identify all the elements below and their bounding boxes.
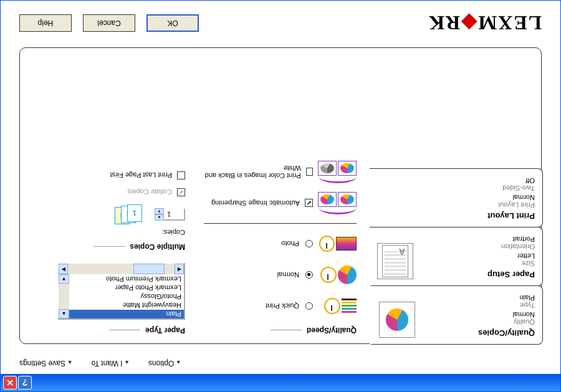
radio-normal[interactable] xyxy=(305,271,313,279)
sharpen-row[interactable]: ✔ Automatic Image Sharpening xyxy=(204,192,357,214)
normal-label: Normal xyxy=(277,271,299,279)
quality-photo-row[interactable]: Photo xyxy=(204,232,357,255)
printer-dialog: ? ✕ Options I Want To Save Settings Qual… xyxy=(0,0,561,392)
size-value: Letter xyxy=(420,252,535,260)
list-item[interactable]: Lexmark Premium Photo xyxy=(59,275,184,284)
copies-title: Multiple Copies xyxy=(32,242,185,251)
tab-quality-copies[interactable]: Quality/Copies Quality Normal Type Plain xyxy=(370,285,543,345)
tab-content: Quality/Speed Quick Print xyxy=(20,48,369,343)
menu-options[interactable]: Options xyxy=(148,359,181,368)
twosided-value: Off xyxy=(377,177,535,184)
titlebar: ? ✕ xyxy=(1,374,560,391)
photo-icon xyxy=(319,232,357,255)
collate-checkbox: ✔ xyxy=(177,188,185,196)
spin-down[interactable]: ▼ xyxy=(155,208,164,214)
list-item[interactable]: Plain xyxy=(59,310,184,318)
lastfirst-label: Print Last Page First xyxy=(110,172,172,179)
cancel-button[interactable]: Cancel xyxy=(83,14,135,32)
quality-value: Normal xyxy=(421,311,535,318)
paper-thumb-icon xyxy=(377,243,413,279)
size-label: Size xyxy=(420,260,535,267)
photo-label: Photo xyxy=(281,240,299,247)
spin-up[interactable]: ▲ xyxy=(155,214,164,221)
bw-row[interactable]: Print Color Images in Black and White xyxy=(204,161,357,183)
tab-title: Paper Setup xyxy=(420,270,535,279)
layout-label: Print Layout xyxy=(377,201,535,209)
main-pane: Quality/Copies Quality Normal Type Plain… xyxy=(19,47,542,344)
radio-photo[interactable] xyxy=(305,240,313,247)
tab-print-layout[interactable]: Print Layout Print Layout Normal Two-Sid… xyxy=(370,168,543,227)
copies-label: Copies: xyxy=(32,229,185,236)
lexmark-logo: LEXM◆RK xyxy=(428,11,542,35)
quick-label: Quick Print xyxy=(266,302,299,310)
list-item[interactable]: Lexmark Photo Paper xyxy=(59,284,184,292)
quality-speed-title: Quality/Speed xyxy=(204,326,357,335)
type-label: Type xyxy=(421,302,535,309)
orientation-value: Portrait xyxy=(420,236,535,243)
scrollbar-horizontal[interactable]: ◀▶ xyxy=(59,264,184,274)
bw-icon xyxy=(318,161,357,183)
collate-label: Collate Copies xyxy=(127,189,172,196)
orientation-label: Orientation xyxy=(420,243,535,251)
quality-normal-row[interactable]: Normal xyxy=(204,264,357,286)
right-column: Paper Type Plain Heavyweight Matte Photo… xyxy=(32,57,185,335)
list-item[interactable]: Photo/Glossy xyxy=(59,292,184,301)
titlebar-help-button[interactable]: ? xyxy=(18,376,32,390)
dialog-body: Options I Want To Save Settings Quality/… xyxy=(1,1,560,374)
list-item[interactable]: Heavyweight Matte xyxy=(59,301,184,310)
sharpen-checkbox[interactable]: ✔ xyxy=(305,199,313,208)
copies-spinner[interactable]: ▲▼ xyxy=(155,208,185,221)
menu-i-want-to[interactable]: I Want To xyxy=(91,359,129,368)
twosided-label: Two-Sided xyxy=(377,184,535,192)
copies-stack-icon: 321 xyxy=(115,205,142,224)
collate-row: ✔ Collate Copies xyxy=(32,188,185,196)
paper-type-listbox[interactable]: Plain Heavyweight Matte Photo/Glossy Lex… xyxy=(57,262,185,320)
ok-button[interactable]: OK xyxy=(146,14,199,32)
quality-thumb-icon xyxy=(379,302,415,338)
bw-label: Print Color Images in Black and White xyxy=(204,165,301,179)
sharpen-icon xyxy=(318,192,357,214)
tab-strip: Quality/Copies Quality Normal Type Plain… xyxy=(370,169,543,345)
layout-value: Normal xyxy=(377,194,535,201)
help-button[interactable]: Help xyxy=(19,14,72,32)
quality-label: Quality xyxy=(421,318,535,326)
lastfirst-row[interactable]: Print Last Page First xyxy=(32,171,185,179)
tab-title: Quality/Copies xyxy=(421,328,535,338)
menubar: Options I Want To Save Settings xyxy=(19,359,181,368)
menu-save-settings[interactable]: Save Settings xyxy=(19,359,72,368)
titlebar-close-button[interactable]: ✕ xyxy=(3,376,17,390)
tab-paper-setup[interactable]: Paper Setup Size Letter Orientation Port… xyxy=(370,227,543,286)
copies-input[interactable] xyxy=(164,208,185,221)
footer: LEXM◆RK OK Cancel Help xyxy=(19,8,542,38)
paper-type-title: Paper Type xyxy=(32,326,185,335)
quality-quick-row[interactable]: Quick Print xyxy=(204,295,357,317)
radio-quick[interactable] xyxy=(305,302,313,310)
sharpen-label: Automatic Image Sharpening xyxy=(211,199,300,207)
quality-speed-column: Quality/Speed Quick Print xyxy=(204,57,357,335)
quick-print-icon xyxy=(319,295,357,317)
divider xyxy=(204,223,357,224)
type-value: Plain xyxy=(421,294,535,302)
lastfirst-checkbox[interactable] xyxy=(177,171,185,179)
bw-checkbox[interactable] xyxy=(306,168,313,176)
normal-icon xyxy=(319,264,357,286)
scrollbar-vertical[interactable]: ▲▼ xyxy=(59,274,69,318)
tab-title: Print Layout xyxy=(377,211,535,221)
